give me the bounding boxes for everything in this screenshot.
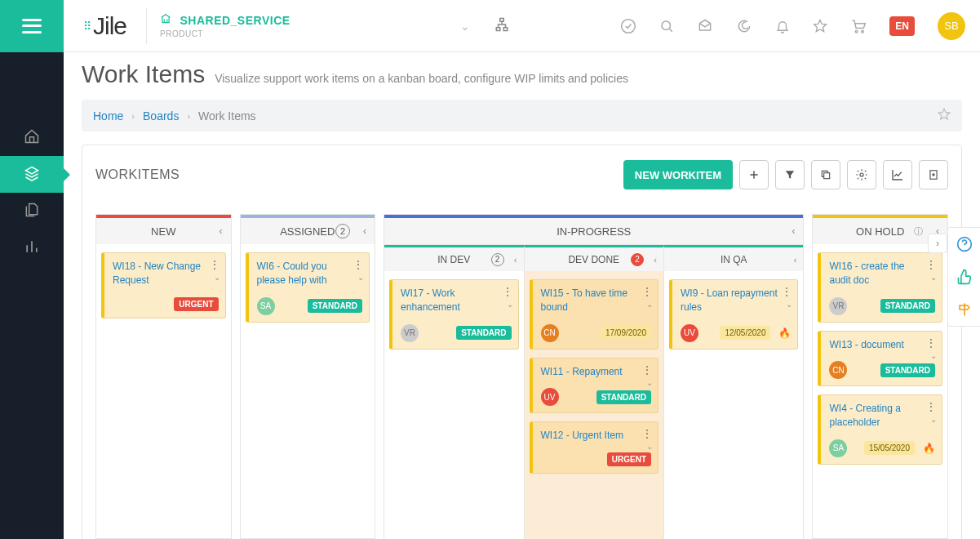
card-title[interactable]: WI17 - Work enhancement (401, 287, 511, 314)
sidebar-home[interactable] (0, 119, 64, 156)
board-title: WORKITEMS (95, 167, 180, 182)
card-menu-icon[interactable]: ⋮ (781, 285, 792, 298)
breadcrumb-current: Work Items (198, 109, 256, 122)
chevron-down-icon[interactable]: ⌄ (646, 300, 653, 309)
card-menu-icon[interactable]: ⋮ (925, 400, 937, 413)
chevron-down-icon[interactable]: ⌄ (357, 273, 364, 282)
card-wi12[interactable]: WI12 - Urgent Item ⋮ ⌄ URGENT (530, 421, 659, 474)
expand-panel-button[interactable]: › (928, 234, 947, 253)
chart-button[interactable] (883, 160, 912, 189)
user-avatar[interactable]: SB (938, 12, 965, 40)
star-icon[interactable] (813, 19, 827, 33)
card-title[interactable]: WI11 - Repayment (541, 365, 651, 379)
settings-button[interactable] (847, 160, 876, 189)
menu-toggle[interactable] (0, 0, 64, 52)
logo[interactable]: ⠿ Jile (83, 12, 126, 40)
svg-point-6 (862, 30, 864, 32)
chevron-down-icon[interactable]: ⌄ (930, 415, 937, 424)
sidebar-analytics[interactable] (0, 229, 64, 266)
column-on-hold: ON HOLD ⓘ ‹ WI16 - create the audit doc … (812, 214, 948, 539)
chevron-down-icon[interactable]: ⌄ (930, 351, 937, 360)
page-subtitle: Visualize support work items on a kanban… (215, 72, 628, 85)
card-menu-icon[interactable]: ⋮ (353, 258, 364, 271)
chevron-down-icon[interactable]: ⌄ (786, 300, 792, 309)
svg-rect-1 (496, 27, 500, 30)
card-wi13[interactable]: WI13 - document ⋮ ⌄ CN STANDARD (818, 331, 942, 387)
card-title[interactable]: WI15 - To have time bound (541, 287, 651, 314)
collapse-icon[interactable]: ‹ (514, 255, 517, 265)
card-title[interactable]: WI18 - New Change Request (113, 260, 219, 287)
add-button[interactable] (739, 160, 769, 189)
product-selector[interactable]: SHARED_SERVICE PRODUCT ⌄ (146, 8, 290, 44)
cart-icon[interactable] (850, 18, 867, 34)
card-title[interactable]: WI13 - document (829, 338, 935, 352)
collapse-icon[interactable]: ‹ (792, 225, 795, 237)
assignee-avatar: SA (829, 439, 847, 457)
card-menu-icon[interactable]: ⋮ (209, 258, 220, 271)
hierarchy-icon[interactable] (494, 17, 509, 35)
wip-count-badge: 2 (335, 224, 350, 238)
export-button[interactable] (919, 160, 948, 189)
mail-icon[interactable] (697, 18, 713, 34)
collapse-icon[interactable]: ‹ (794, 255, 797, 265)
card-menu-icon[interactable]: ⋮ (641, 427, 653, 440)
sidebar-documents[interactable] (0, 193, 64, 229)
subcolumn-header-in-qa: IN QA ‹ (664, 245, 803, 271)
subcolumn-header-dev-done: DEV DONE 2 ‹ (525, 245, 664, 271)
svg-rect-0 (499, 18, 503, 21)
chevron-down-icon[interactable]: ⌄ (507, 300, 513, 309)
chevron-down-icon[interactable]: ⌄ (930, 273, 937, 282)
signpost-icon[interactable] (948, 293, 980, 326)
product-name: SHARED_SERVICE (180, 14, 290, 27)
files-icon (24, 202, 40, 221)
sidebar-boards[interactable] (0, 156, 64, 193)
subcolumn-in-qa: WI9 - Loan repayment rules ⋮ ⌄ UV 12/05/… (664, 271, 803, 539)
subcolumn-dev-done: WI15 - To have time bound ⋮ ⌄ CN 17/09/2… (525, 271, 664, 539)
chevron-down-icon[interactable]: ⌄ (646, 442, 653, 451)
card-wi9[interactable]: WI9 - Loan repayment rules ⋮ ⌄ UV 12/05/… (669, 279, 798, 350)
bar-chart-icon (24, 238, 40, 258)
card-title[interactable]: WI12 - Urgent Item (541, 429, 651, 443)
page-title: Work Items (82, 60, 205, 88)
card-wi6[interactable]: WI6 - Could you please help with ⋮ ⌄ SA … (246, 252, 370, 323)
column-title: IN-PROGRESS (557, 225, 631, 238)
breadcrumb-home[interactable]: Home (93, 109, 123, 122)
chat-icon[interactable] (736, 18, 752, 34)
card-menu-icon[interactable]: ⋮ (641, 363, 653, 376)
collapse-icon[interactable]: ‹ (363, 225, 366, 237)
search-icon[interactable] (659, 19, 674, 33)
favorite-star-icon[interactable] (938, 108, 951, 123)
chevron-down-icon[interactable]: ⌄ (214, 273, 220, 282)
help-icon[interactable] (948, 228, 980, 261)
subcolumn-title: DEV DONE (568, 254, 619, 265)
card-title[interactable]: WI16 - create the audit doc (829, 260, 935, 287)
card-menu-icon[interactable]: ⋮ (925, 336, 937, 350)
card-wi4[interactable]: WI4 - Creating a placeholder ⋮ ⌄ SA 15/0… (818, 394, 942, 465)
card-menu-icon[interactable]: ⋮ (925, 258, 937, 271)
chevron-down-icon[interactable]: ⌄ (646, 378, 653, 387)
new-workitem-button[interactable]: NEW WORKITEM (623, 160, 733, 189)
thumbs-up-icon[interactable] (948, 261, 980, 293)
filter-button[interactable] (775, 160, 805, 189)
card-wi17[interactable]: WI17 - Work enhancement ⋮ ⌄ VR STANDARD (389, 279, 518, 350)
check-circle-icon[interactable] (620, 18, 636, 34)
bell-icon[interactable] (775, 19, 790, 33)
card-menu-icon[interactable]: ⋮ (502, 285, 513, 298)
card-title[interactable]: WI6 - Could you please help with (257, 260, 363, 287)
card-wi16[interactable]: WI16 - create the audit doc ⋮ ⌄ VR STAND… (818, 252, 942, 323)
card-wi11[interactable]: WI11 - Repayment ⋮ ⌄ UV STANDARD (530, 358, 659, 414)
help-panel (947, 227, 980, 327)
card-title[interactable]: WI4 - Creating a placeholder (829, 402, 935, 430)
breadcrumb-boards[interactable]: Boards (143, 109, 179, 122)
assignee-avatar: VR (829, 297, 847, 315)
collapse-icon[interactable]: ‹ (220, 225, 223, 237)
card-wi15[interactable]: WI15 - To have time bound ⋮ ⌄ CN 17/09/2… (530, 279, 659, 350)
collapse-icon[interactable]: ‹ (654, 255, 657, 265)
card-wi18[interactable]: WI18 - New Change Request ⋮ ⌄ URGENT (101, 252, 226, 318)
copy-button[interactable] (811, 160, 840, 189)
card-menu-icon[interactable]: ⋮ (641, 285, 653, 298)
info-icon[interactable]: ⓘ (914, 225, 923, 238)
column-header-assigned: ASSIGNED 2 ‹ (241, 215, 375, 244)
card-title[interactable]: WI9 - Loan repayment rules (681, 287, 791, 314)
language-badge[interactable]: EN (889, 16, 915, 36)
